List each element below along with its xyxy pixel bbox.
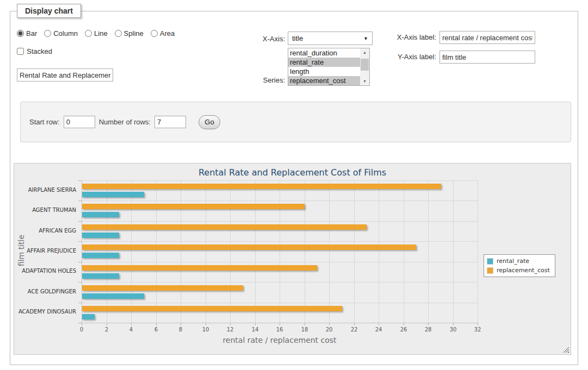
series-listbox[interactable]: rental_durationrental_ratelengthreplacem… (288, 48, 370, 86)
series-option-replacement_cost[interactable]: replacement_cost (288, 76, 360, 85)
bar-rental_rate[interactable] (82, 233, 119, 238)
start-row-input[interactable] (64, 116, 95, 128)
gridline-vertical (305, 180, 305, 323)
y-axis-label-input[interactable] (440, 51, 535, 64)
chart-type-radio-bar[interactable] (17, 30, 24, 37)
bar-rental_rate[interactable] (82, 273, 119, 279)
stacked-checkbox[interactable] (17, 48, 24, 55)
bar-rental_rate[interactable] (82, 314, 95, 319)
bar-rental_rate[interactable] (82, 293, 144, 299)
chart-type-radio-line[interactable] (85, 30, 92, 37)
bar-replacement_cost[interactable] (82, 224, 367, 230)
gridline-vertical (404, 180, 404, 323)
gridline-vertical (354, 180, 355, 323)
x-tick-label: 2 (98, 327, 115, 333)
y-axis-label-label: Y-Axis label: (364, 53, 436, 61)
chart-type-label-column: Column (53, 29, 78, 37)
gridline-vertical (379, 180, 379, 323)
number-of-rows-label: Number of rows: (99, 118, 151, 126)
plot-area: 02468101214161820222426283032AIRPLANE SI… (82, 180, 478, 323)
panel-title: Display chart (17, 4, 81, 18)
x-tick-label: 28 (420, 327, 436, 333)
x-tick-label: 32 (469, 327, 486, 333)
bar-rental_rate[interactable] (82, 253, 119, 258)
chart-type-radio-area[interactable] (151, 30, 158, 37)
stacked-label: Stacked (27, 47, 52, 55)
x-tick-label: 16 (271, 327, 288, 333)
gridline-vertical (156, 180, 157, 323)
legend-item-replacement_cost[interactable]: replacement_cost (487, 267, 550, 274)
display-chart-panel: Display chart Bar Column Line Spline Are… (10, 11, 578, 365)
x-tick-label: 10 (197, 327, 214, 333)
series-option-rental_duration[interactable]: rental_duration (288, 48, 360, 58)
series-options: rental_durationrental_ratelengthreplacem… (288, 48, 360, 85)
chart-type-option-spline[interactable]: Spline (115, 29, 144, 37)
chart-type-option-line[interactable]: Line (85, 29, 108, 37)
bar-rental_rate[interactable] (82, 212, 119, 217)
bar-replacement_cost[interactable] (82, 285, 243, 291)
x-tick-label: 6 (148, 327, 164, 333)
bar-replacement_cost[interactable] (82, 184, 441, 189)
scroll-down-icon[interactable]: ▼ (360, 77, 369, 85)
bar-replacement_cost[interactable] (82, 265, 317, 271)
x-tick-label: 18 (296, 327, 313, 333)
legend-swatch-replacement_cost (487, 267, 493, 274)
x-axis-label-input[interactable] (440, 31, 535, 44)
chart-title: Rental Rate and Replacement Cost of Film… (14, 167, 571, 178)
x-axis-select[interactable]: title ▼ (288, 32, 373, 45)
x-axis-tick (478, 323, 478, 325)
x-tick-label: 8 (172, 327, 189, 333)
x-tick-label: 22 (346, 327, 362, 333)
start-row-label: Start row: (29, 118, 60, 126)
go-button[interactable]: Go (199, 115, 220, 129)
chart-type-label-bar: Bar (26, 29, 37, 37)
legend-label-rental_rate: rental_rate (497, 258, 529, 265)
chart-type-radio-column[interactable] (44, 30, 51, 37)
series-option-length[interactable]: length (288, 67, 360, 76)
legend-item-rental_rate[interactable]: rental_rate (487, 258, 550, 265)
y-axis-line (82, 180, 82, 323)
x-tick-label: 24 (370, 327, 387, 333)
series-option-rental_rate[interactable]: rental_rate (288, 58, 360, 67)
chart-type-label-area: Area (160, 29, 175, 37)
y-axis-title: film title (17, 179, 27, 322)
x-axis-title: rental rate / replacement cost (82, 336, 478, 344)
chart-legend: rental_ratereplacement_cost (484, 254, 555, 277)
chart-type-option-column[interactable]: Column (44, 29, 78, 37)
chart-type-option-area[interactable]: Area (151, 29, 175, 37)
gridline-vertical (478, 180, 478, 323)
number-of-rows-input[interactable] (154, 116, 186, 128)
chart-type-radio-spline[interactable] (115, 30, 122, 37)
x-tick-label: 4 (123, 327, 139, 333)
row-controls-panel: Start row: Number of rows: Go (20, 102, 571, 142)
chart-type-group: Bar Column Line Spline Area (17, 29, 175, 37)
gridline-vertical (181, 180, 181, 323)
chart-type-label-spline: Spline (124, 29, 144, 37)
x-tick-label: 20 (321, 327, 337, 333)
bar-replacement_cost[interactable] (82, 244, 416, 250)
gridline-vertical (206, 180, 206, 323)
series-listbox-label: Series: (239, 76, 285, 84)
resize-handle-icon[interactable] (563, 347, 569, 353)
gridline-vertical (255, 180, 256, 323)
x-tick-label: 0 (73, 327, 90, 333)
chart-type-option-bar[interactable]: Bar (17, 29, 37, 37)
x-axis-label-label: X-Axis label: (364, 33, 436, 41)
gridline-vertical (230, 180, 231, 323)
x-tick-label: 26 (395, 327, 412, 333)
stacked-option[interactable]: Stacked (17, 47, 52, 55)
gridline-vertical (131, 180, 132, 323)
bar-rental_rate[interactable] (82, 192, 144, 197)
x-axis-select-label: X-Axis: (239, 35, 285, 43)
chart-box: Rental Rate and Replacement Cost of Film… (14, 163, 571, 355)
gridline-vertical (280, 180, 280, 323)
x-tick-label: 12 (222, 327, 238, 333)
chart-type-label-line: Line (94, 29, 108, 37)
bar-replacement_cost[interactable] (82, 306, 342, 311)
x-axis-selected-value: title (292, 34, 303, 42)
gridline-vertical (107, 180, 107, 323)
gridline-vertical (329, 180, 330, 323)
gridline-vertical (453, 180, 454, 323)
bar-replacement_cost[interactable] (82, 204, 305, 209)
chart-title-input[interactable] (17, 68, 113, 81)
